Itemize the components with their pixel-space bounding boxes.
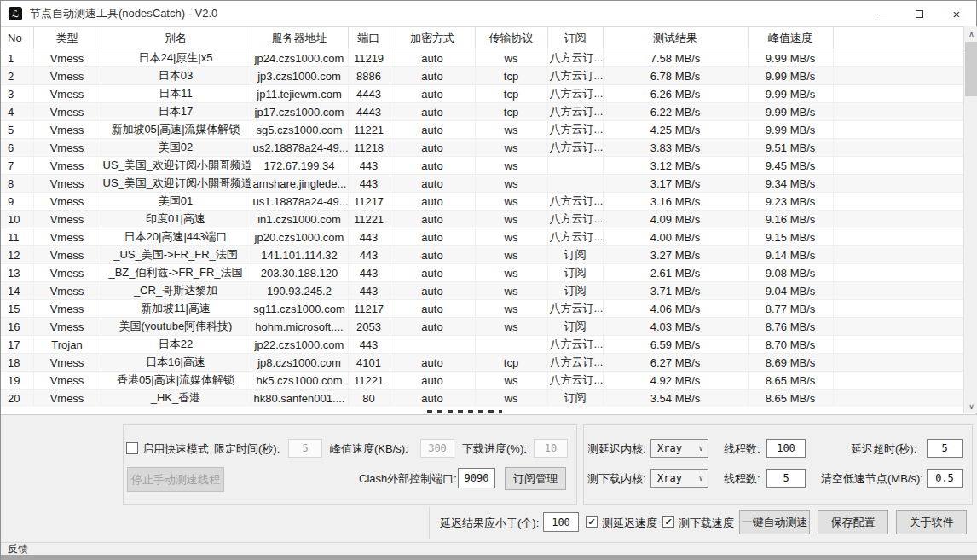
node-row[interactable]: 18Vmess日本16|高速jp8.czs1000.com4101autotcp… (1, 354, 963, 372)
bottom-edge-strip (1, 555, 977, 560)
column-header-4[interactable]: 服务器地址 (251, 27, 348, 49)
minimize-button[interactable] (863, 1, 900, 26)
cell: 443 (348, 175, 390, 193)
cell: 4.09 MB/s (603, 211, 748, 228)
node-row[interactable]: 6Vmess美国02us2.18878a24-49...11218autows八… (1, 139, 963, 157)
node-row[interactable]: 1Vmess日本24|原生|x5jp24.czs1000.com11219aut… (1, 49, 963, 67)
cell: 八方云订... (547, 354, 603, 372)
cell: auto (390, 246, 475, 264)
cell: ws (475, 318, 547, 336)
cell: Vmess (33, 157, 101, 175)
column-header-3[interactable]: 别名 (101, 27, 251, 49)
test-latency-checkbox[interactable] (586, 516, 598, 528)
column-header-5[interactable]: 端口 (348, 27, 390, 49)
column-header-7[interactable]: 传输协议 (475, 27, 547, 49)
cell: 8.65 MB/s (748, 390, 833, 407)
cell: 3.17 MB/s (603, 175, 748, 193)
node-row[interactable]: 4Vmess日本17jp17.czs1000.com4443autotcp八方云… (1, 103, 963, 121)
clear-slow-nodes-input[interactable]: 0.5 (927, 469, 963, 488)
column-header-2[interactable]: 类型 (33, 27, 101, 49)
node-row[interactable]: 3Vmess日本11jp11.tejiewm.com4443autotcp八方云… (1, 85, 963, 103)
download-core-select[interactable]: Xray ∨ (650, 469, 708, 488)
test-download-checkbox[interactable] (662, 516, 674, 528)
partial-row-text: ... (212, 408, 222, 413)
subscription-manage-button[interactable]: 订阅管理 (505, 467, 566, 490)
cell (833, 282, 963, 300)
cell: 5 (1, 121, 33, 139)
cell: ws (475, 282, 547, 300)
cell: auto (390, 193, 475, 211)
column-header-9[interactable]: 测试结果 (603, 27, 748, 49)
latency-core-select[interactable]: Xray ∨ (650, 439, 708, 458)
cell: Vmess (33, 246, 101, 264)
node-row[interactable]: 12Vmess_US_美国->FR_FR_法国141.101.114.32443… (1, 246, 963, 264)
column-header-8[interactable]: 订阅 (547, 27, 603, 49)
node-row[interactable]: 13Vmess_BZ_伯利兹->FR_FR_法国203.30.188.12044… (1, 264, 963, 282)
column-header-6[interactable]: 加密方式 (390, 27, 475, 49)
peak-speed-input[interactable]: 300 (420, 439, 454, 458)
cell (547, 175, 603, 193)
cell: ws (475, 121, 547, 139)
cell: 443 (348, 157, 390, 175)
test-latency-label: 测延迟速度 (602, 516, 657, 531)
save-config-button[interactable]: 保存配置 (818, 510, 888, 534)
stop-manual-test-button[interactable]: 停止手动测速线程 (127, 467, 224, 492)
node-row[interactable]: 16Vmess美国(youtube阿伟科技)hohm.microsoft....… (1, 318, 963, 336)
table-header-row: No类型别名服务器地址端口加密方式传输协议订阅测试结果峰值速度 (1, 27, 963, 49)
node-row[interactable]: 14Vmess_CR_哥斯达黎加190.93.245.2443autows订阅3… (1, 282, 963, 300)
column-header-11[interactable] (833, 27, 963, 49)
cell: 4.25 MB/s (603, 121, 748, 139)
maximize-button[interactable] (900, 1, 938, 26)
download-core-value: Xray (657, 472, 682, 484)
cell: Vmess (33, 318, 101, 336)
node-row[interactable]: 9Vmess美国01us1.18878a24-49...11217autows八… (1, 193, 963, 211)
clash-port-input[interactable]: 9090 (458, 468, 495, 488)
cell: sg5.czs1000.com (251, 121, 348, 139)
close-button[interactable]: × (938, 1, 975, 26)
auto-test-button[interactable]: 一键自动测速 (739, 510, 810, 534)
cell: 2.61 MB/s (603, 264, 748, 282)
node-row[interactable]: 10Vmess印度01|高速in1.czs1000.com11221autows… (1, 211, 963, 228)
node-row[interactable]: 15Vmess新加坡11|高速sg11.czs1000.com11217auto… (1, 300, 963, 318)
node-row[interactable]: 11Vmess日本20|高速|443端口jp20.czs1000.com443a… (1, 228, 963, 246)
node-row[interactable]: 7VmessUS_美国_欢迎订阅小閞哥频道♡t...172.67.199.344… (1, 157, 963, 175)
latency-timeout-input[interactable]: 5 (927, 439, 963, 458)
latency-result-input[interactable]: 100 (543, 512, 579, 532)
column-header-1[interactable]: No (1, 27, 33, 49)
node-row[interactable]: 20Vmess_HK_香港hk80.sanfen001....80autows订… (1, 390, 963, 407)
node-row[interactable]: 5Vmess新加坡05|高速|流媒体解锁sg5.czs1000.com11221… (1, 121, 963, 139)
cell: ws (475, 300, 547, 318)
node-row[interactable]: 19Vmess香港05|高速|流媒体解锁hk5.czs1000.com11221… (1, 372, 963, 390)
cell: 日本20|高速|443端口 (101, 228, 251, 246)
cell: 443 (348, 264, 390, 282)
about-button[interactable]: 关于软件 (896, 510, 967, 534)
latency-threads-input[interactable]: 100 (766, 439, 806, 458)
statusbar: 反馈 (1, 542, 977, 555)
cell (833, 318, 963, 336)
cell: 日本03 (101, 67, 251, 85)
feedback-link[interactable]: 反馈 (8, 542, 28, 557)
node-row[interactable]: 8VmessUS_美国_欢迎订阅小閞哥频道♡t...amshare.jingle… (1, 175, 963, 193)
cell (833, 49, 963, 67)
cell: jp3.czs1000.com (251, 67, 348, 85)
fast-mode-checkbox[interactable] (126, 442, 138, 454)
column-header-10[interactable]: 峰值速度 (748, 27, 833, 49)
table-scrollbar[interactable]: ∧ ∨ (963, 26, 977, 413)
cell: 19 (1, 372, 33, 390)
download-threads-input[interactable]: 5 (766, 469, 806, 488)
cell: 美国(youtube阿伟科技) (101, 318, 251, 336)
node-row[interactable]: 2Vmess日本03jp3.czs1000.com8886autotcp八方云订… (1, 67, 963, 85)
cell (833, 193, 963, 211)
scrollbar-thumb[interactable] (965, 42, 977, 96)
scroll-up-icon[interactable]: ∧ (964, 26, 977, 41)
cell: 443 (348, 336, 390, 354)
cell: auto (390, 318, 475, 336)
download-progress-input[interactable]: 10 (534, 439, 568, 458)
time-limit-input[interactable]: 5 (288, 439, 322, 458)
scroll-down-icon[interactable]: ∨ (964, 399, 977, 413)
download-core-label: 测下载内核: (587, 471, 646, 487)
cell (833, 336, 963, 354)
cell: 11217 (348, 193, 390, 211)
cell (833, 390, 963, 407)
node-row[interactable]: 17Trojan日本22jp22.czs1000.com443八方云订...6.… (1, 336, 963, 354)
